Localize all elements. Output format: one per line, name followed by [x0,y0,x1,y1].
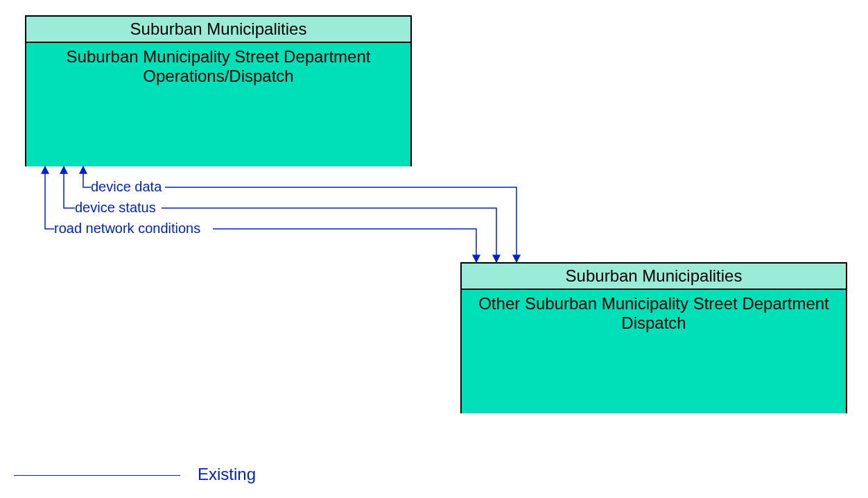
diagram-canvas: Suburban Municipalities Suburban Municip… [0,0,868,498]
flow-label-device-status: device status [75,200,156,216]
entity-top-header: Suburban Municipalities [26,17,410,43]
flow-label-device-data: device data [91,179,162,195]
entity-bottom-body: Other Suburban Municipality Street Depar… [462,290,846,413]
entity-bottom-header: Suburban Municipalities [462,264,846,290]
entity-top-box: Suburban Municipalities Suburban Municip… [25,15,412,166]
legend-existing-line [14,475,180,476]
entity-top-body: Suburban Municipality Street Department … [26,43,410,166]
legend-existing-label: Existing [198,465,256,484]
entity-bottom-box: Suburban Municipalities Other Suburban M… [460,262,847,413]
flow-label-road-network-conditions: road network conditions [54,221,200,237]
